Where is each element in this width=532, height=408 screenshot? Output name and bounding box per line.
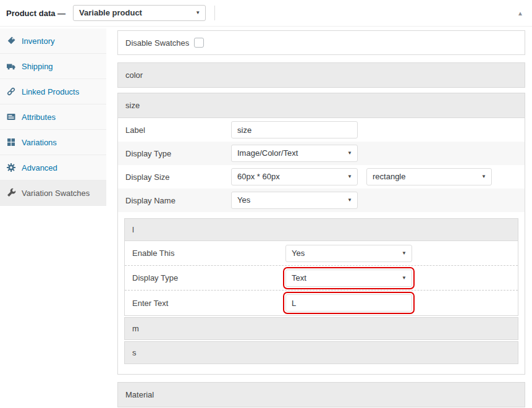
display-name-label: Display Name (125, 196, 231, 205)
accordion-material-title: Material (125, 390, 154, 399)
chevron-down-icon: ▼ (347, 169, 352, 185)
collapse-panel-icon[interactable]: ▲ (517, 10, 523, 17)
variations-icon (6, 137, 16, 147)
enable-this-value: Yes (292, 249, 305, 258)
term-m-header[interactable]: m (124, 317, 518, 340)
wrench-icon (6, 188, 16, 198)
shipping-icon (6, 61, 16, 71)
display-name-value: Yes (237, 195, 250, 205)
panel-header: Product data — Variable product ▼ ▲ (0, 0, 532, 26)
label-row-label: Label (125, 125, 231, 135)
disable-swatches-checkbox[interactable] (194, 38, 204, 48)
term-display-type-row: Display Type Text ▼ (125, 266, 518, 291)
enable-this-label: Enable This (132, 249, 285, 258)
attributes-icon (6, 112, 16, 122)
sidebar-item-shipping[interactable]: Shipping (0, 54, 106, 79)
chevron-down-icon: ▼ (347, 145, 352, 161)
sidebar-item-label: Variation Swatches (22, 189, 90, 198)
display-size-value: 60px * 60px (237, 172, 280, 181)
enable-this-select[interactable]: Yes ▼ (285, 245, 412, 262)
accordion-color-header[interactable]: color (117, 62, 525, 88)
sidebar-item-variation-swatches[interactable]: Variation Swatches (0, 181, 106, 206)
accordion-color-title: color (125, 70, 143, 80)
accordion-size-title: size (125, 101, 140, 110)
enter-text-row: Enter Text (125, 291, 518, 315)
term-s-title: s (132, 348, 137, 357)
size-section: size Label Display Type Image/Color/Text… (117, 93, 525, 375)
display-type-row: Display Type Image/Color/Text ▼ (118, 142, 525, 165)
gear-icon (6, 163, 16, 172)
sidebar-item-linked-products[interactable]: Linked Products (0, 79, 106, 104)
term-display-type-value: Text (292, 273, 306, 283)
page-title: Product data — (6, 9, 65, 18)
display-shape-value: rectangle (373, 172, 405, 181)
chevron-down-icon: ▼ (402, 270, 407, 286)
disable-swatches-row: Disable Swatches (117, 30, 525, 55)
display-size-row: Display Size 60px * 60px ▼ rectangle ▼ (118, 165, 525, 189)
disable-swatches-label: Disable Swatches (125, 38, 189, 48)
inventory-icon (6, 36, 16, 46)
term-l-header[interactable]: l (124, 218, 518, 241)
link-icon (6, 87, 16, 96)
term-s-header[interactable]: s (124, 341, 518, 364)
sidebar-item-label: Shipping (22, 62, 53, 71)
accordion-size-header[interactable]: size (118, 93, 525, 118)
display-shape-select[interactable]: rectangle ▼ (366, 168, 492, 185)
sidebar-item-variations[interactable]: Variations (0, 130, 106, 155)
chevron-down-icon: ▼ (195, 6, 200, 20)
size-terms: l Enable This Yes ▼ Display Type (124, 218, 518, 364)
variation-swatches-panel: Disable Swatches color size Label Displa… (106, 27, 532, 407)
product-type-value: Variable product (79, 8, 142, 17)
term-display-type-select[interactable]: Text ▼ (285, 270, 412, 287)
enter-text-label: Enter Text (132, 299, 285, 308)
sidebar-item-label: Linked Products (22, 87, 79, 96)
header-divider (214, 6, 215, 20)
sidebar-item-label: Variations (22, 138, 57, 147)
panel-body: Inventory Shipping Linked Products Attri… (0, 26, 532, 407)
term-m-title: m (132, 324, 139, 333)
display-name-row: Display Name Yes ▼ (118, 189, 525, 212)
product-data-tabs: Inventory Shipping Linked Products Attri… (0, 28, 106, 206)
display-type-value: Image/Color/Text (237, 148, 298, 158)
sidebar-item-label: Attributes (22, 113, 56, 122)
sidebar-item-attributes[interactable]: Attributes (0, 104, 106, 130)
chevron-down-icon: ▼ (347, 192, 352, 208)
sidebar-item-label: Advanced (22, 163, 57, 172)
term-l-title: l (132, 225, 134, 234)
accordion-material-header[interactable]: Material (117, 382, 525, 407)
display-name-select[interactable]: Yes ▼ (231, 192, 358, 209)
display-size-label: Display Size (125, 172, 231, 182)
enter-text-input[interactable] (285, 294, 412, 312)
enable-this-row: Enable This Yes ▼ (125, 241, 518, 266)
display-type-label: Display Type (125, 149, 231, 158)
chevron-down-icon: ▼ (402, 245, 407, 261)
display-size-select[interactable]: 60px * 60px ▼ (231, 168, 358, 185)
chevron-down-icon: ▼ (481, 169, 486, 185)
term-display-type-label: Display Type (132, 273, 285, 283)
product-data-panel: Product data — Variable product ▼ ▲ Inve… (0, 0, 532, 408)
sidebar-item-label: Inventory (22, 36, 54, 46)
term-l-body: Enable This Yes ▼ Display Type Text ▼ (124, 241, 518, 316)
label-input[interactable] (231, 121, 358, 138)
sidebar-item-advanced[interactable]: Advanced (0, 155, 106, 181)
display-type-select[interactable]: Image/Color/Text ▼ (231, 145, 358, 162)
label-row: Label (118, 118, 525, 142)
product-type-select[interactable]: Variable product ▼ (73, 5, 206, 21)
sidebar-item-inventory[interactable]: Inventory (0, 28, 106, 54)
